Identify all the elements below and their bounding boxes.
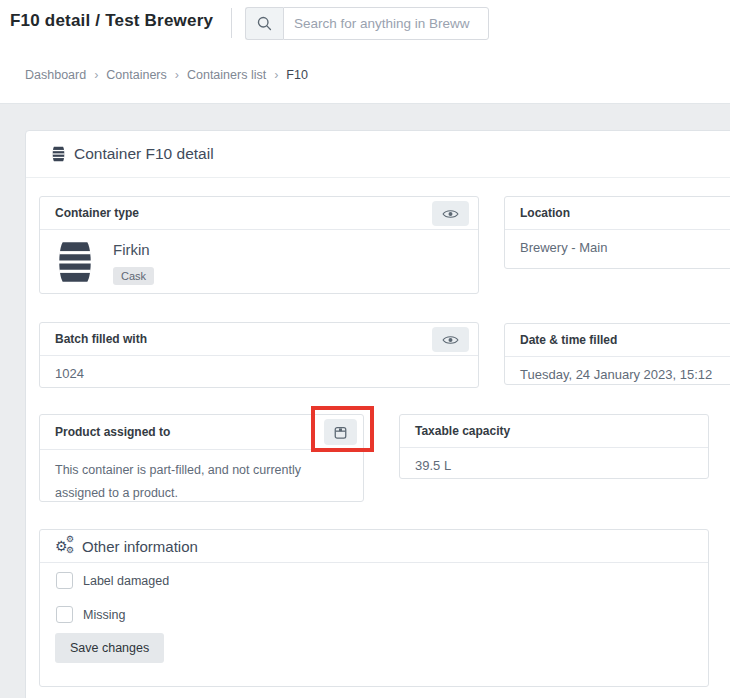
container-detail-card: Container F10 detail Container type [25, 130, 730, 698]
batch-filled-value: 1024 [40, 356, 478, 391]
missing-label: Missing [83, 608, 125, 622]
firkin-cask-icon [55, 239, 95, 285]
keg-assign-icon [333, 425, 348, 440]
other-information-card: ⚙ ⚙ ⚙ Other information Label damaged Mi… [39, 529, 709, 687]
app-window: F10 detail / Test Brewery Dashboard › Co… [0, 0, 730, 698]
header-divider [231, 8, 232, 38]
container-type-value: Firkin [113, 241, 154, 258]
breadcrumb-separator: › [175, 68, 179, 82]
location-label: Location [520, 206, 570, 220]
breadcrumb-containers-list[interactable]: Containers list [187, 68, 266, 82]
assign-product-button[interactable] [324, 419, 357, 445]
gears-icon: ⚙ ⚙ ⚙ [55, 537, 75, 555]
breadcrumb-current: F10 [286, 68, 308, 82]
missing-checkbox[interactable] [56, 606, 73, 623]
search-icon [256, 15, 273, 32]
breadcrumb: Dashboard › Containers › Containers list… [25, 68, 308, 82]
location-value: Brewery - Main [505, 230, 730, 265]
page-title: F10 detail / Test Brewery [10, 11, 213, 31]
product-assigned-card: Product assigned to This container is pa… [39, 414, 364, 502]
breadcrumb-separator: › [274, 68, 278, 82]
location-card: Location Brewery - Main [504, 196, 730, 269]
product-assigned-label: Product assigned to [55, 425, 170, 439]
taxable-capacity-label: Taxable capacity [415, 424, 510, 438]
search-group [245, 7, 489, 40]
container-type-card: Container type [39, 196, 479, 294]
date-filled-value: Tuesday, 24 January 2023, 15:12 [505, 357, 730, 392]
date-filled-label: Date & time filled [520, 333, 617, 347]
save-changes-button[interactable]: Save changes [55, 633, 164, 663]
batch-filled-card: Batch filled with 1024 [39, 322, 479, 388]
label-damaged-checkbox[interactable] [56, 572, 73, 589]
missing-row[interactable]: Missing [56, 606, 125, 623]
batch-filled-label: Batch filled with [55, 332, 147, 346]
batch-view-button[interactable] [432, 327, 469, 352]
breadcrumb-dashboard[interactable]: Dashboard [25, 68, 86, 82]
taxable-capacity-value: 39.5 L [400, 448, 708, 483]
search-input[interactable] [283, 7, 489, 40]
top-header: F10 detail / Test Brewery [0, 0, 730, 104]
container-detail-header: Container F10 detail [26, 131, 730, 178]
label-damaged-row[interactable]: Label damaged [56, 572, 169, 589]
eye-icon [442, 208, 459, 220]
eye-icon [442, 334, 459, 346]
breadcrumb-separator: › [94, 68, 98, 82]
cask-badge: Cask [113, 267, 154, 285]
container-detail-title: Container F10 detail [74, 145, 214, 163]
breadcrumb-containers[interactable]: Containers [106, 68, 166, 82]
product-assigned-value: This container is part-filled, and not c… [40, 450, 363, 513]
label-damaged-label: Label damaged [83, 574, 169, 588]
taxable-capacity-card: Taxable capacity 39.5 L [399, 414, 709, 479]
date-filled-card: Date & time filled Tuesday, 24 January 2… [504, 323, 730, 385]
search-button[interactable] [245, 7, 283, 40]
container-type-view-button[interactable] [432, 201, 469, 226]
other-information-title: Other information [82, 538, 198, 555]
cask-icon [51, 146, 66, 162]
container-type-label: Container type [55, 206, 139, 220]
